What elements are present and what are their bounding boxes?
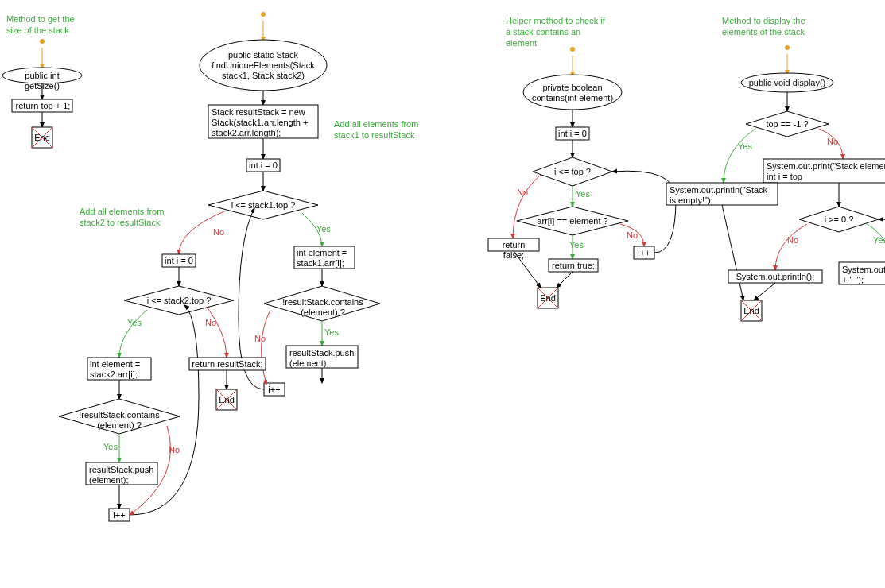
display-loopcond: i >= 0 ?: [817, 215, 860, 225]
contains-eq: arr[i] == element ?: [530, 216, 615, 226]
comment-fu2: Add all elements fromstack2 to resultSta…: [80, 207, 183, 229]
yes-c2: Yes: [569, 240, 584, 250]
fu-loop2-cond: i <= stack2.top ?: [138, 296, 219, 306]
fu-loop1-contains: !resultStack.contains(element) ?: [275, 297, 371, 318]
fu-loop1-inc: i++: [266, 385, 282, 395]
yes-1: Yes: [316, 224, 331, 234]
contains-rettrue: return true;: [551, 261, 596, 271]
no-1: No: [213, 227, 224, 237]
comment-fu1: Add all elements fromstack1 to resultSta…: [334, 119, 437, 141]
ret-getsize: return top + 1;: [14, 101, 72, 111]
start-getsize: public int getSize(): [6, 71, 78, 91]
no-c2: No: [627, 230, 638, 240]
no-d1: No: [827, 137, 838, 146]
display-cond1: top == -1 ?: [760, 119, 814, 130]
fu-loop1-elem: int element =stack1.arr[i];: [297, 248, 352, 269]
yes-3: Yes: [127, 318, 142, 327]
no-2: No: [254, 334, 266, 343]
contains-end: End: [539, 293, 557, 304]
svg-point-49: [785, 45, 790, 50]
contains-inc: i++: [636, 248, 652, 258]
no-3: No: [205, 318, 216, 327]
display-empty: System.out.println("Stackis empty!");: [670, 185, 774, 206]
yes-d2: Yes: [873, 235, 885, 245]
yes-d1: Yes: [738, 141, 752, 151]
fu-end: End: [218, 395, 235, 405]
display-init: System.out.print("Stack elements: ");int…: [767, 161, 885, 182]
fu-loop2-contains: !resultStack.contains(element) ?: [68, 410, 170, 431]
comment-contains: Helper method to check ifa stack contain…: [506, 16, 633, 48]
svg-line-62: [754, 283, 775, 300]
no-c1: No: [517, 188, 528, 197]
contains-init: int i = 0: [558, 129, 587, 139]
fu-loop1-init: int i = 0: [249, 161, 278, 171]
contains-cond: i <= top ?: [549, 167, 596, 177]
no-d2: No: [787, 235, 798, 245]
svg-line-43: [557, 272, 573, 288]
comment-display: Method to display theelements of the sta…: [722, 16, 833, 38]
yes-2: Yes: [324, 327, 339, 337]
fu-loop2-inc: i++: [111, 510, 127, 520]
yes-4: Yes: [103, 442, 118, 451]
start-findunique: public static StackfindUniqueElements(St…: [209, 50, 317, 82]
start-display: public void display(): [744, 78, 830, 88]
svg-line-55: [722, 205, 743, 300]
fu-loop1-push: resultStack.push(element);: [289, 348, 355, 369]
display-print: System.out.print(arr[i]+ " ");: [842, 265, 885, 285]
fu-loop2-push: resultStack.push(element);: [89, 465, 154, 485]
start-contains: private booleancontains(int element): [531, 83, 614, 103]
no-4: No: [169, 445, 180, 455]
fu-ret: return resultStack;: [192, 359, 263, 369]
svg-point-1: [40, 39, 45, 44]
comment-getsize: Method to get thesize of the stack: [6, 14, 94, 37]
display-end: End: [743, 306, 760, 316]
contains-retfalse: return false;: [491, 240, 537, 261]
fu-loop2-init: int i = 0: [165, 256, 193, 266]
yes-c1: Yes: [576, 189, 590, 199]
fu-loop2-elem: int element =stack2.arr[i];: [90, 359, 149, 380]
end-getsize: End: [33, 133, 51, 143]
svg-point-8: [261, 12, 266, 17]
init-findunique: Stack resultStack = newStack(stack1.arr.…: [212, 107, 315, 139]
display-println: System.out.println();: [732, 272, 819, 282]
fu-loop1-cond: i <= stack1.top ?: [223, 200, 304, 211]
